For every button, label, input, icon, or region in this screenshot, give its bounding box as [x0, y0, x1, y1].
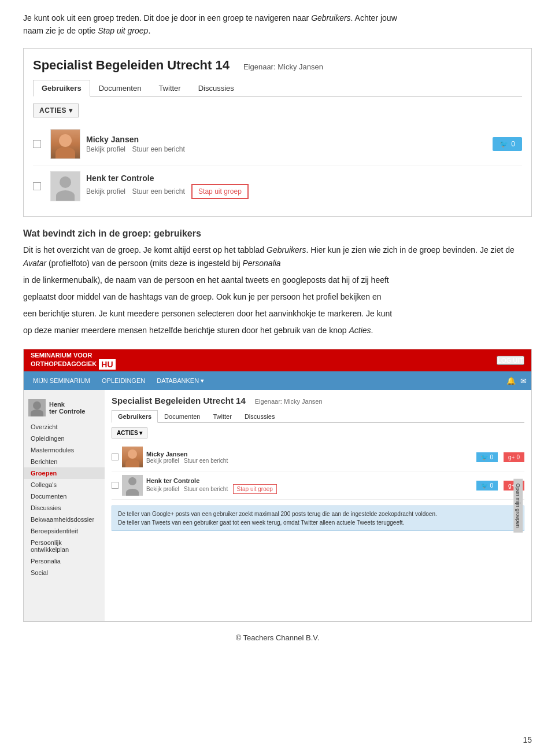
sidebar-item-personalia[interactable]: Personalia	[24, 555, 105, 567]
app-main: Specialist Begeleiden Utrecht 14 Eigenaa…	[105, 390, 531, 621]
app-stuur-bericht-micky[interactable]: Stuur een bericht	[184, 458, 228, 464]
tab-documenten[interactable]: Documenten	[90, 80, 150, 97]
app-acties-button[interactable]: ACTIES ▾	[112, 427, 147, 438]
sidebar-item-social[interactable]: Social	[24, 567, 105, 578]
app-checkbox-micky[interactable]	[112, 453, 119, 460]
sidebar-item-persoonlijk-ontwikkelplan[interactable]: Persoonlijk ontwikkelplan	[24, 537, 105, 555]
sidebar-item-berichten[interactable]: Berichten	[24, 456, 105, 467]
twitter-icon: 🐦	[500, 140, 508, 148]
open-groepen-tab[interactable]: Open mijn groepen	[514, 479, 523, 533]
intro-line1-end: . Achter jouw	[351, 13, 397, 23]
app-acties-bar: ACTIES ▾	[112, 427, 524, 438]
app-tab-discussies[interactable]: Discussies	[238, 410, 282, 423]
app-avatar-micky	[122, 447, 143, 467]
logout-button[interactable]: LOG UIT	[497, 356, 524, 365]
acties-bar: ACTIES ▾	[33, 104, 522, 117]
app-user-links-micky: Bekijk profiel Stuur een bericht	[146, 458, 473, 464]
app-group-owner: Eigenaar: Micky Jansen	[255, 398, 323, 405]
sidebar-item-groepen[interactable]: Groepen	[24, 467, 105, 479]
app-bekijk-profiel-henk[interactable]: Bekijk profiel	[146, 486, 179, 492]
checkbox-cell-henk	[33, 182, 45, 190]
app-twitter-icon-micky: 🐦	[481, 454, 488, 460]
app-body: Henkter Controle Overzicht Opleidingen M…	[24, 390, 531, 621]
body-text-3: geplaatst door middel van de hashtags va…	[23, 290, 532, 304]
nav-opleidingen[interactable]: OPLEIDINGEN	[97, 371, 150, 390]
app-user-name-micky: Micky Jansen	[146, 451, 473, 458]
app-twitter-count-micky: 0	[490, 454, 493, 460]
app-screenshot: SEMINARIUM VOOR ORTHOPEDAGOGIEK HU LOG U…	[23, 349, 532, 622]
user-info-henk: Henk ter Controle Bekijk profiel Stuur e…	[86, 174, 522, 199]
stuur-bericht-henk[interactable]: Stuur een bericht	[132, 187, 184, 196]
stap-uit-groep-button[interactable]: Stap uit groep	[191, 184, 249, 199]
app-tab-gebruikers[interactable]: Gebruikers	[112, 410, 158, 423]
app-bekijk-profiel-micky[interactable]: Bekijk profiel	[146, 458, 179, 464]
footer-text: © Teachers Channel B.V.	[236, 633, 320, 642]
nav-databanken[interactable]: DATABANKEN ▾	[152, 371, 209, 390]
app-user-row-micky: Micky Jansen Bekijk profiel Stuur een be…	[112, 443, 524, 471]
section-heading: Wat bevindt zich in de groep: gebruikers	[23, 228, 532, 239]
body-text-5: op deze manier meerdere mensen hetzelfde…	[23, 324, 532, 337]
sidebar-item-opleidingen[interactable]: Opleidingen	[24, 433, 105, 444]
app-user-name-henk: Henk ter Controle	[146, 477, 473, 484]
sidebar-item-collegas[interactable]: Collega's	[24, 479, 105, 491]
user-links-micky: Bekijk profiel Stuur een bericht	[86, 145, 487, 153]
app-stuur-bericht-henk[interactable]: Stuur een bericht	[184, 486, 228, 492]
tab-gebruikers[interactable]: Gebruikers	[33, 80, 90, 97]
tab-bar: Gebruikers Documenten Twitter Discussies	[33, 80, 522, 97]
app-tab-bar: Gebruikers Documenten Twitter Discussies	[112, 410, 524, 423]
checkbox-micky[interactable]	[33, 140, 41, 148]
avatar-henk	[50, 171, 80, 201]
screenshot-1: Specialist Begeleiden Utrecht 14 Eigenaa…	[23, 48, 532, 217]
acties-button[interactable]: ACTIES ▾	[33, 104, 79, 117]
intro-gebruikers: Gebruikers	[311, 13, 350, 23]
app-group-header: Specialist Begeleiden Utrecht 14 Eigenaa…	[112, 396, 524, 405]
body-text-2: in de linkermenubalk), de naam van de pe…	[23, 274, 532, 287]
app-info-line2: De teller van Tweets van een gebruiker g…	[118, 518, 518, 527]
group-title: Specialist Begeleiden Utrecht 14	[33, 58, 230, 73]
app-twitter-button-micky[interactable]: 🐦 0	[476, 452, 498, 462]
app-tab-twitter[interactable]: Twitter	[206, 410, 238, 423]
bell-icon[interactable]: 🔔	[506, 377, 516, 385]
user-links-henk: Bekijk profiel Stuur een bericht Stap ui…	[86, 184, 522, 199]
twitter-button-micky[interactable]: 🐦 0	[493, 137, 522, 151]
tab-twitter[interactable]: Twitter	[150, 80, 189, 97]
group-owner: Eigenaar: Micky Jansen	[243, 62, 323, 71]
app-stap-button-henk[interactable]: Stap uit groep	[233, 484, 277, 494]
app-user-links-henk: Bekijk profiel Stuur een bericht Stap ui…	[146, 484, 473, 494]
app-tab-documenten[interactable]: Documenten	[158, 410, 206, 423]
sidebar-item-beroepsidentiteit[interactable]: Beroepsidentiteit	[24, 525, 105, 537]
sidebar-avatar	[28, 399, 46, 416]
tab-discussies[interactable]: Discussies	[190, 80, 243, 97]
bekijk-profiel-henk[interactable]: Bekijk profiel	[86, 187, 125, 196]
app-logo: SEMINARIUM VOOR ORTHOPEDAGOGIEK HU	[31, 352, 116, 370]
app-logo-text1: SEMINARIUM VOOR	[31, 352, 116, 359]
mail-icon[interactable]: ✉	[520, 377, 527, 385]
sidebar-username: Henkter Controle	[49, 401, 85, 415]
sidebar-item-overzicht[interactable]: Overzicht	[24, 421, 105, 433]
sidebar-item-discussies[interactable]: Discussies	[24, 502, 105, 514]
user-info-micky: Micky Jansen Bekijk profiel Stuur een be…	[86, 135, 487, 153]
app-twitter-count-henk: 0	[490, 482, 493, 489]
sidebar-item-mastermodules[interactable]: Mastermodules	[24, 444, 105, 456]
app-logo-text-block: SEMINARIUM VOOR ORTHOPEDAGOGIEK HU	[31, 352, 116, 370]
sidebar-item-documenten[interactable]: Documenten	[24, 491, 105, 502]
sidebar-item-bekwaamheidsdossier[interactable]: Bekwaamheidsdossier	[24, 514, 105, 525]
intro-line2: naam zie je de optie	[23, 26, 98, 35]
app-google-button-micky[interactable]: g+ 0	[504, 452, 524, 462]
sidebar-user: Henkter Controle	[24, 394, 105, 421]
user-row-henk: Henk ter Controle Bekijk profiel Stuur e…	[33, 165, 522, 207]
app-info-line1: De teller van Google+ posts van een gebr…	[118, 510, 518, 518]
app-user-row-henk: Henk ter Controle Bekijk profiel Stuur e…	[112, 471, 524, 500]
app-checkbox-henk[interactable]	[112, 482, 119, 489]
nav-icons: 🔔 ✉	[506, 377, 527, 385]
bekijk-profiel-micky[interactable]: Bekijk profiel	[86, 145, 125, 153]
page-number: 15	[523, 735, 532, 744]
app-user-info-micky: Micky Jansen Bekijk profiel Stuur een be…	[146, 451, 473, 464]
app-twitter-button-henk[interactable]: 🐦 0	[476, 481, 498, 491]
stuur-bericht-micky[interactable]: Stuur een bericht	[132, 145, 184, 153]
app-google-count-micky: 0	[516, 454, 520, 460]
app-twitter-icon-henk: 🐦	[481, 482, 488, 489]
app-sidebar: Henkter Controle Overzicht Opleidingen M…	[24, 390, 105, 621]
nav-mijn-seminarium[interactable]: MIJN SEMINARIUM	[28, 371, 95, 390]
checkbox-henk[interactable]	[33, 182, 41, 190]
